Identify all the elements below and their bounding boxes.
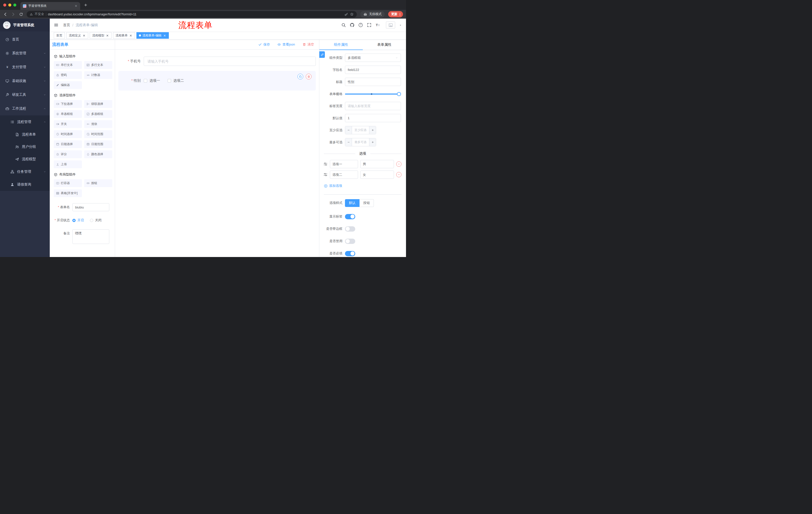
password-key-icon[interactable] [344, 12, 348, 16]
component-item[interactable]: 行容器 [54, 179, 82, 187]
bookmark-star-icon[interactable] [350, 12, 354, 16]
browser-menu-icon[interactable] [398, 12, 402, 16]
copy-item-button[interactable] [297, 74, 303, 79]
help-icon[interactable]: ? [358, 23, 363, 27]
option-style-default[interactable]: 默认 [345, 199, 359, 207]
component-item[interactable]: 单行文本 [54, 61, 82, 69]
tune-drag-icon[interactable] [323, 172, 328, 177]
component-item[interactable]: 时间选择 [54, 130, 82, 138]
option-name-input[interactable] [330, 160, 358, 168]
view-tag[interactable]: 首页 [54, 32, 65, 39]
window-minimize-button[interactable] [8, 3, 11, 6]
tab-form-props[interactable]: 表单属性 [363, 40, 406, 50]
component-item[interactable]: 日期选择 [54, 140, 82, 148]
clear-button[interactable]: 清空 [302, 42, 314, 47]
view-tag[interactable]: 流程表单 [113, 32, 135, 39]
component-item[interactable]: 评分 [54, 151, 82, 158]
phone-input[interactable] [144, 57, 316, 66]
component-item[interactable]: 多行文本 [84, 61, 112, 69]
grid-slider[interactable] [345, 90, 401, 98]
status-radio-on[interactable]: 开启 [72, 218, 84, 222]
component-item[interactable]: 下拉选择 [54, 100, 82, 108]
toggle-switch[interactable] [345, 239, 355, 244]
toggle-switch[interactable] [345, 226, 355, 232]
component-item[interactable]: 单选框组 [54, 110, 82, 118]
fullscreen-icon[interactable] [367, 23, 372, 27]
stepper-decrease-button[interactable] [345, 126, 352, 134]
stepper-increase-button[interactable] [369, 126, 376, 134]
tag-close-icon[interactable] [129, 34, 133, 37]
form-item-phone[interactable]: 手机号 [118, 57, 316, 70]
component-item[interactable]: 编辑器 [54, 81, 82, 89]
component-item[interactable]: 表格[开发中] [54, 189, 82, 197]
option-name-input[interactable] [330, 170, 358, 179]
label-width-input[interactable] [345, 102, 401, 110]
checkbox-option-1[interactable]: 选项一 [144, 78, 160, 83]
component-item[interactable]: 时间范围 [84, 130, 112, 138]
component-type-select[interactable]: 多选框组 [345, 54, 401, 62]
component-item[interactable]: 多选框组 [84, 110, 112, 118]
sidebar-item[interactable]: 研发工具 [0, 88, 50, 102]
tag-close-icon[interactable] [106, 34, 109, 37]
stepper-value[interactable]: 最多可选 [352, 138, 369, 146]
component-item[interactable]: 日期范围 [84, 140, 112, 148]
default-value-input[interactable] [345, 114, 401, 122]
tab-close-icon[interactable] [75, 4, 78, 7]
status-radio-off[interactable]: 关闭 [90, 218, 102, 222]
tune-drag-icon[interactable] [323, 162, 328, 166]
slider-handle[interactable] [397, 92, 401, 96]
component-item[interactable]: 颜色选择 [84, 151, 112, 158]
component-item[interactable]: 密码 [54, 71, 82, 79]
github-icon[interactable] [350, 23, 354, 27]
component-item[interactable]: 滑块 [84, 120, 112, 128]
search-icon[interactable] [341, 23, 346, 27]
sidebar-item[interactable]: 系统管理 [0, 46, 50, 60]
form-name-input[interactable] [72, 203, 109, 211]
option-value-input[interactable] [360, 160, 394, 168]
stepper-decrease-button[interactable] [345, 138, 352, 146]
reload-button[interactable] [19, 12, 23, 16]
sidebar-item[interactable]: 用户分组 [0, 141, 50, 153]
stepper-increase-button[interactable] [369, 138, 376, 146]
remove-option-button[interactable] [396, 161, 402, 167]
component-item[interactable]: 上传 [54, 160, 82, 168]
toggle-switch[interactable] [345, 251, 355, 256]
component-item[interactable]: 按钮 [84, 179, 112, 187]
sidebar-item[interactable]: 流程管理 [0, 115, 50, 128]
app-logo[interactable]: 芋道管理系统 [0, 19, 50, 31]
browser-update-chip[interactable]: 更新 [388, 11, 403, 17]
option-style-button[interactable]: 按钮 [359, 199, 374, 207]
remove-option-button[interactable] [396, 172, 402, 177]
view-tag[interactable]: 流程定义 [66, 32, 88, 39]
browser-tab[interactable]: 芋道管理系统 [20, 2, 80, 10]
link-tag-button[interactable] [319, 51, 325, 58]
sidebar-item[interactable]: 首页 [0, 32, 50, 46]
title-input[interactable] [345, 78, 401, 86]
selected-form-item-gender[interactable]: 性别 选项一 选项二 [118, 71, 316, 90]
component-item[interactable]: 123计数器 [84, 71, 112, 79]
user-avatar[interactable] [386, 21, 395, 29]
component-item[interactable]: 级联选择 [84, 100, 112, 108]
checkbox-option-2[interactable]: 选项二 [168, 78, 184, 83]
sidebar-item[interactable]: ¥支付管理 [0, 60, 50, 74]
address-bar[interactable]: 不安全 dashboard.yudao.iocoder.cn/bpm/manag… [27, 11, 357, 18]
window-zoom-button[interactable] [13, 3, 16, 6]
sidebar-item[interactable]: 基础设施 [0, 74, 50, 88]
component-item[interactable]: 开关 [54, 120, 82, 128]
option-value-input[interactable] [360, 170, 394, 179]
hamburger-icon[interactable] [54, 23, 59, 27]
add-option-button[interactable]: 添加选项 [324, 184, 342, 188]
window-close-button[interactable] [3, 3, 6, 6]
save-button[interactable]: 保存 [258, 42, 270, 47]
sidebar-item[interactable]: 流程表单 [0, 128, 50, 141]
new-tab-button[interactable] [84, 3, 88, 7]
sidebar-item[interactable]: 流程模型 [0, 153, 50, 165]
sidebar-item[interactable]: 任务管理 [0, 165, 50, 178]
form-remark-textarea[interactable]: 嘿嘿 [72, 229, 109, 244]
sidebar-item[interactable]: 工作流程 [0, 102, 50, 115]
tag-close-icon[interactable] [163, 34, 166, 37]
back-button[interactable] [3, 12, 7, 17]
view-tag[interactable]: 流程模型 [90, 32, 112, 39]
field-name-input[interactable] [345, 65, 401, 74]
forward-button[interactable] [11, 12, 16, 17]
